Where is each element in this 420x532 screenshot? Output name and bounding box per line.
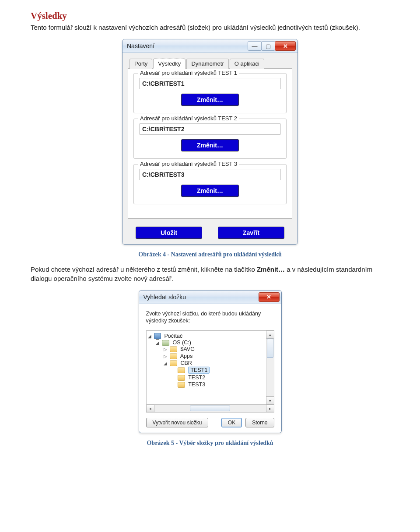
tree-node-selected[interactable]: TEST1	[188, 367, 210, 374]
expander-icon[interactable]: ▷	[163, 354, 168, 359]
horizontal-scrollbar[interactable]: ◂ ▸	[146, 404, 274, 413]
tree-node-drive[interactable]: OS (C:)	[172, 340, 191, 346]
scroll-thumb[interactable]	[190, 406, 230, 411]
tab-porty[interactable]: Porty	[130, 59, 152, 69]
close-button[interactable]: ✕	[275, 41, 296, 51]
scroll-right-icon[interactable]: ▸	[266, 405, 274, 412]
figure-browse: Vyhledat složku ✕ Zvolte výchozí složku,…	[31, 290, 389, 435]
section-title: Výsledky	[31, 10, 389, 21]
caption-figure4: Obrázek 4 - Nastavení adresářů pro uklád…	[31, 251, 389, 258]
folder-icon	[178, 382, 185, 388]
tab-dynamometr[interactable]: Dynamometr	[186, 59, 228, 69]
group-test3: Adresář pro ukládání výsledků TEST 3 C:\…	[133, 164, 287, 204]
group-label-test3: Adresář pro ukládání výsledků TEST 3	[138, 161, 239, 167]
tabstrip: Porty Výsledky Dynamometr O aplikaci	[128, 58, 292, 69]
vertical-scrollbar[interactable]: ▴ ▾	[266, 331, 274, 404]
new-folder-label: Vytvořit novou složku	[153, 420, 202, 426]
expander-spacer	[171, 382, 175, 387]
folder-icon	[178, 368, 185, 373]
expander-spacer	[171, 368, 175, 373]
folder-icon	[170, 360, 177, 366]
tree-node-folder[interactable]: TEST2	[188, 374, 205, 381]
settings-window: Nastavení — ▢ ✕ Porty Výsledky Dynamomet…	[122, 39, 298, 245]
group-label-test1: Adresář pro ukládání výsledků TEST 1	[138, 70, 239, 76]
scroll-up-icon[interactable]: ▴	[266, 330, 274, 339]
intro-paragraph: Tento formulář slouží k nastavení výchoz…	[31, 23, 389, 32]
save-button[interactable]: Uložit	[136, 227, 202, 239]
folder-icon	[170, 354, 177, 359]
change-button-test3[interactable]: Změnit…	[181, 185, 239, 197]
browse-window: Vyhledat složku ✕ Zvolte výchozí složku,…	[139, 290, 282, 434]
tab-vysledky[interactable]: Výsledky	[153, 59, 186, 69]
para2-pre: Pokud chcete výchozí adresář u některého…	[31, 266, 257, 273]
expander-spacer	[171, 375, 175, 380]
para2-bold: Změnit…	[257, 266, 285, 273]
browse-window-title: Vyhledat složku	[144, 294, 186, 301]
expander-icon[interactable]: ◢	[155, 340, 160, 345]
scroll-left-icon[interactable]: ◂	[146, 405, 154, 412]
tabpage-vysledky: Adresář pro ukládání výsledků TEST 1 C:\…	[128, 69, 292, 219]
settings-window-title: Nastavení	[127, 42, 154, 49]
change-button-test2[interactable]: Změnit…	[181, 139, 239, 151]
path-test3[interactable]: C:\CBR\TEST3	[139, 169, 281, 180]
group-test2: Adresář pro ukládání výsledků TEST 2 C:\…	[133, 119, 287, 159]
browse-footer: Vytvořit novou složku OK Storno	[146, 418, 274, 427]
window-controls: ✕	[259, 292, 280, 302]
window-controls: — ▢ ✕	[248, 41, 296, 51]
expander-icon[interactable]: ◢	[147, 334, 152, 339]
scroll-down-icon[interactable]: ▾	[266, 396, 274, 405]
tree-node-folder[interactable]: TEST3	[188, 382, 205, 388]
group-label-test2: Adresář pro ukládání výsledků TEST 2	[138, 115, 239, 122]
caption-figure5: Obrázek 5 - Výběr složky pro ukládání vý…	[31, 440, 389, 447]
expander-icon[interactable]: ▷	[163, 347, 168, 352]
new-folder-button[interactable]: Vytvořit novou složku	[146, 418, 209, 427]
computer-icon	[154, 333, 161, 339]
figure-settings: Nastavení — ▢ ✕ Porty Výsledky Dynamomet…	[31, 39, 389, 246]
tree-node-computer[interactable]: Počítač	[164, 333, 182, 339]
close-settings-button[interactable]: Zavřít	[218, 227, 284, 239]
change-button-test1[interactable]: Změnit…	[181, 94, 239, 106]
paragraph-change: Pokud chcete výchozí adresář u některého…	[31, 265, 389, 283]
folder-icon	[170, 346, 177, 352]
path-test1[interactable]: C:\CBR\TEST1	[139, 78, 281, 89]
folder-tree[interactable]: ◢ Počítač ◢ OS (C:) ▷	[146, 330, 274, 405]
maximize-button: ▢	[261, 41, 275, 51]
minimize-button[interactable]: —	[248, 41, 262, 51]
tree-node-folder[interactable]: Apps	[180, 353, 193, 359]
ok-button[interactable]: OK	[221, 418, 242, 427]
dialog-bottom-row: Uložit Zavřít	[128, 227, 292, 239]
path-test2[interactable]: C:\CBR\TEST2	[139, 123, 281, 135]
drive-icon	[162, 340, 169, 346]
settings-titlebar[interactable]: Nastavení — ▢ ✕	[122, 39, 298, 53]
close-button[interactable]: ✕	[259, 292, 280, 302]
group-test1: Adresář pro ukládání výsledků TEST 1 C:\…	[133, 73, 287, 113]
folder-icon	[178, 375, 185, 381]
cancel-button[interactable]: Storno	[245, 418, 274, 427]
scroll-thumb[interactable]	[267, 339, 273, 358]
tree-node-folder-cbr[interactable]: CBR	[180, 360, 192, 366]
tree-node-folder[interactable]: $AVG	[180, 346, 194, 352]
browse-titlebar[interactable]: Vyhledat složku ✕	[139, 290, 281, 304]
tab-o-aplikaci[interactable]: O aplikaci	[230, 59, 264, 69]
browse-prompt: Zvolte výchozí složku, do které budou uk…	[146, 310, 274, 325]
expander-icon[interactable]: ◢	[163, 361, 168, 366]
